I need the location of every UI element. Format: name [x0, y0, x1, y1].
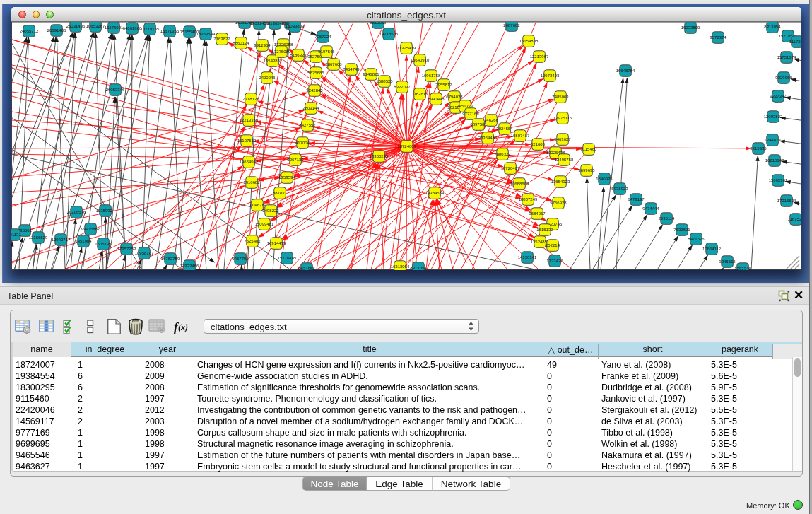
svg-text:10046764: 10046764: [248, 203, 267, 207]
svg-text:2867608: 2867608: [325, 62, 342, 66]
svg-text:16210643: 16210643: [765, 158, 784, 163]
svg-text:8322037: 8322037: [394, 85, 411, 89]
svg-text:12093822: 12093822: [764, 115, 783, 119]
svg-text:1167533: 1167533: [788, 217, 801, 221]
svg-text:3572374: 3572374: [710, 35, 726, 40]
svg-text:10719155: 10719155: [141, 27, 160, 31]
svg-text:10807487: 10807487: [511, 134, 530, 138]
svg-text:3912954: 3912954: [254, 43, 271, 47]
svg-text:6794028: 6794028: [446, 95, 463, 99]
svg-text:16107552: 16107552: [237, 139, 257, 143]
svg-text:2803144: 2803144: [302, 106, 319, 110]
svg-text:1353594: 1353594: [278, 175, 295, 180]
svg-text:15720407: 15720407: [501, 166, 520, 170]
svg-text:8454749: 8454749: [343, 67, 360, 71]
svg-text:17957253: 17957253: [117, 247, 136, 251]
svg-text:9457791: 9457791: [232, 257, 249, 261]
svg-text:12213967: 12213967: [530, 54, 549, 59]
svg-text:11325419: 11325419: [397, 46, 416, 50]
svg-text:10973493: 10973493: [541, 74, 560, 78]
svg-text:(x): (x): [178, 322, 188, 332]
svg-text:15716485: 15716485: [278, 256, 297, 260]
svg-text:621600: 621600: [531, 142, 546, 146]
svg-text:18363544: 18363544: [196, 32, 216, 36]
svg-text:10961758: 10961758: [422, 74, 441, 78]
svg-text:10958107: 10958107: [135, 251, 154, 255]
svg-text:16033809: 16033809: [286, 24, 305, 28]
svg-text:2420046: 2420046: [259, 76, 276, 80]
svg-text:10654112: 10654112: [702, 247, 722, 251]
svg-text:8313054: 8313054: [764, 25, 781, 29]
svg-text:15099481: 15099481: [255, 222, 274, 226]
svg-text:8813054: 8813054: [370, 22, 387, 25]
svg-text:18807249: 18807249: [519, 197, 538, 201]
svg-text:2087682: 2087682: [503, 23, 520, 28]
svg-text:16914479: 16914479: [267, 241, 286, 245]
svg-text:14136141: 14136141: [518, 255, 537, 259]
svg-text:8660124: 8660124: [233, 41, 249, 45]
svg-text:20691406: 20691406: [47, 28, 66, 33]
svg-text:10653267: 10653267: [86, 24, 105, 28]
svg-text:9634958: 9634958: [298, 267, 315, 270]
svg-text:3024554: 3024554: [496, 127, 513, 131]
svg-text:7485063: 7485063: [552, 95, 569, 99]
svg-text:8186323: 8186323: [290, 53, 307, 57]
svg-text:1244419: 1244419: [764, 138, 781, 142]
svg-text:8990448: 8990448: [428, 97, 445, 101]
svg-text:16648784: 16648784: [616, 69, 635, 73]
svg-text:16033809: 16033809: [681, 25, 700, 30]
svg-text:15276021: 15276021: [105, 25, 124, 30]
svg-text:19218506: 19218506: [379, 32, 399, 36]
svg-text:99975867: 99975867: [81, 227, 100, 231]
svg-text:1162615: 1162615: [412, 92, 429, 96]
svg-text:1117205: 1117205: [789, 40, 801, 44]
svg-text:19384554: 19384554: [425, 191, 445, 195]
svg-text:19654922: 19654922: [240, 160, 259, 164]
svg-text:1733426: 1733426: [546, 259, 563, 263]
svg-text:1640935: 1640935: [596, 177, 613, 181]
svg-text:12923466: 12923466: [180, 264, 199, 268]
svg-text:1505135: 1505135: [95, 242, 112, 246]
svg-text:887831: 887831: [273, 191, 288, 195]
svg-text:3267130: 3267130: [287, 158, 304, 162]
svg-text:1615132: 1615132: [536, 228, 553, 232]
svg-text:24055712: 24055712: [20, 29, 39, 33]
svg-text:16313054: 16313054: [391, 264, 410, 269]
svg-text:2451779: 2451779: [457, 104, 473, 108]
svg-text:9463627: 9463627: [554, 137, 571, 141]
svg-text:5938923: 5938923: [611, 187, 628, 191]
svg-text:9245652: 9245652: [719, 259, 736, 264]
svg-text:18300295: 18300295: [370, 154, 389, 158]
svg-text:16640910: 16640910: [411, 58, 430, 62]
svg-text:12156829: 12156829: [29, 235, 48, 240]
svg-text:9197546: 9197546: [318, 49, 335, 54]
svg-text:7163822: 7163822: [213, 37, 230, 41]
svg-text:16154808: 16154808: [519, 39, 539, 43]
svg-text:9474444: 9474444: [642, 206, 659, 211]
svg-text:7357224: 7357224: [314, 35, 331, 39]
svg-text:252214: 252214: [546, 243, 560, 247]
svg-text:12495758: 12495758: [555, 158, 574, 162]
svg-text:3215955: 3215955: [750, 146, 767, 151]
svg-text:8471626: 8471626: [688, 237, 705, 241]
svg-text:6479197: 6479197: [628, 197, 645, 201]
svg-text:391131: 391131: [11, 233, 21, 237]
svg-text:10688609: 10688609: [510, 182, 529, 186]
svg-text:64661600: 64661600: [123, 26, 142, 30]
svg-text:7632621: 7632621: [673, 228, 690, 232]
svg-text:9115460: 9115460: [581, 147, 598, 151]
svg-text:9699695: 9699695: [578, 168, 595, 173]
svg-text:20206576: 20206576: [67, 210, 86, 214]
svg-text:1588520: 1588520: [376, 79, 393, 83]
svg-text:18724007: 18724007: [397, 144, 416, 148]
svg-text:16782759: 16782759: [161, 257, 180, 261]
svg-text:8313054: 8313054: [410, 266, 427, 270]
svg-text:12942717: 12942717: [52, 238, 71, 242]
svg-text:15692901: 15692901: [769, 178, 788, 182]
svg-text:12213369: 12213369: [240, 118, 259, 122]
svg-text:1451904: 1451904: [75, 239, 92, 243]
svg-text:9329966: 9329966: [775, 76, 792, 80]
svg-text:12359924: 12359924: [96, 209, 115, 213]
svg-text:746266: 746266: [484, 118, 499, 122]
svg-text:8427552: 8427552: [299, 123, 316, 127]
